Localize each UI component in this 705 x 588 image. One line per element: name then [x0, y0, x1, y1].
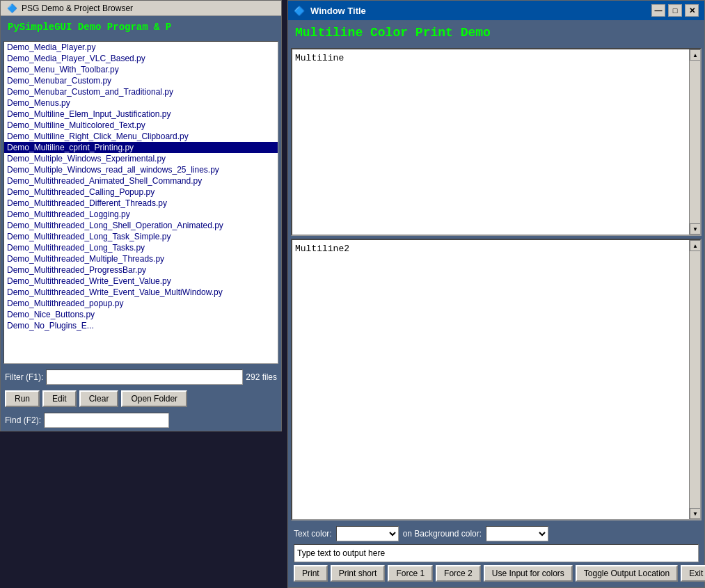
multiline2-wrapper: Multiline2 ▲ ▼ — [291, 239, 702, 521]
file-list-item[interactable]: Demo_Multithreaded_popup.py — [4, 298, 278, 309]
file-list-item[interactable]: Demo_Menus.py — [4, 97, 278, 109]
use-input-colors-button[interactable]: Use Input for colors — [484, 565, 573, 582]
file-list-item[interactable]: Demo_Menubar_Custom.py — [4, 75, 278, 86]
find-input[interactable] — [44, 413, 169, 428]
print-short-button[interactable]: Print short — [331, 565, 386, 582]
file-list-item[interactable]: Demo_Media_Player.py — [4, 42, 278, 53]
text-color-label: Text color: — [294, 529, 332, 539]
right-titlebar: 🔷 Window Title — □ ✕ — [288, 1, 704, 20]
multiline2-inner: Multiline2 — [292, 240, 689, 519]
find-label: Find (F2): — [5, 415, 41, 425]
file-list-item[interactable]: Demo_Multiline_cprint_Printing.py — [4, 142, 278, 153]
file-list-item[interactable]: Demo_Multiple_Windows_read_all_windows_2… — [4, 164, 278, 175]
bg-color-select[interactable] — [486, 526, 548, 541]
scroll-track-1 — [690, 61, 700, 223]
print-button[interactable]: Print — [294, 565, 328, 582]
file-list[interactable]: Demo_Media_Player.pyDemo_Media_Player_VL… — [3, 41, 278, 364]
edit-button[interactable]: Edit — [42, 390, 77, 407]
scroll-up-2[interactable]: ▲ — [690, 240, 701, 251]
file-list-item[interactable]: Demo_Multithreaded_Write_Event_Value.py — [4, 276, 278, 287]
file-list-item[interactable]: Demo_Nice_Buttons.py — [4, 309, 278, 320]
close-button[interactable]: ✕ — [685, 4, 699, 17]
file-list-item[interactable]: Demo_Multithreaded_Multiple_Threads.py — [4, 253, 278, 264]
action-buttons: Print Print short Force 1 Force 2 Use In… — [294, 565, 699, 582]
bottom-controls: Text color: on Background color: Print P… — [291, 523, 702, 585]
minimize-button[interactable]: — — [651, 4, 665, 17]
demo-title: Multiline Color Print Demo — [288, 20, 704, 45]
filter-row: Filter (F1): 292 files — [1, 367, 281, 388]
left-window-title: PSG Demo & Project Browser — [22, 3, 276, 13]
bg-color-label: on Background color: — [403, 529, 482, 539]
open-folder-button[interactable]: Open Folder — [121, 390, 187, 407]
maximize-button[interactable]: □ — [668, 4, 682, 17]
text-output-input[interactable] — [294, 544, 699, 562]
filter-label: Filter (F1): — [5, 372, 43, 382]
file-list-item[interactable]: Demo_Multithreaded_Long_Shell_Operation_… — [4, 220, 278, 231]
multiline2-box[interactable]: Multiline2 ▲ ▼ — [291, 239, 702, 521]
file-list-item[interactable]: Demo_Multithreaded_Calling_Popup.py — [4, 186, 278, 198]
file-list-item[interactable]: Demo_Multithreaded_Logging.py — [4, 209, 278, 220]
scroll-down-1[interactable]: ▼ — [690, 223, 701, 235]
force1-button[interactable]: Force 1 — [388, 565, 433, 582]
window-icon: 🔷 — [294, 6, 305, 16]
file-list-item[interactable]: Demo_Menu_With_Toolbar.py — [4, 64, 278, 75]
multiline1-label: Multiline — [295, 53, 344, 63]
file-list-item[interactable]: Demo_Menubar_Custom_and_Traditional.py — [4, 86, 278, 97]
text-input-row — [294, 544, 699, 562]
right-content: Multiline ▲ ▼ Multiline2 ▲ ▼ — [288, 45, 704, 587]
force2-button[interactable]: Force 2 — [436, 565, 481, 582]
multiline1-scrollbar[interactable]: ▲ ▼ — [689, 49, 700, 235]
file-list-item[interactable]: Demo_Media_Player_VLC_Based.py — [4, 53, 278, 64]
file-list-item[interactable]: Demo_Multiple_Windows_Experimental.py — [4, 153, 278, 164]
filter-input[interactable] — [46, 370, 243, 385]
file-list-item[interactable]: Demo_Multithreaded_Different_Threads.py — [4, 198, 278, 209]
file-list-item[interactable]: Demo_Multithreaded_Animated_Shell_Comman… — [4, 175, 278, 186]
file-list-item[interactable]: Demo_No_Plugins_E... — [4, 320, 278, 331]
file-list-item[interactable]: Demo_Multithreaded_Long_Task_Simple.py — [4, 231, 278, 242]
left-header: PySimpleGUI Demo Program & P — [1, 16, 281, 38]
file-count: 292 files — [246, 372, 277, 382]
psg-icon: 🔷 — [6, 3, 17, 14]
file-list-item[interactable]: Demo_Multithreaded_Long_Tasks.py — [4, 242, 278, 253]
scroll-track-2 — [690, 251, 700, 508]
file-list-item[interactable]: Demo_Multiline_Right_Click_Menu_Clipboar… — [4, 131, 278, 142]
left-button-row: Run Edit Clear Open Folder — [1, 388, 281, 410]
multiline2-scrollbar[interactable]: ▲ ▼ — [689, 240, 700, 519]
run-button[interactable]: Run — [5, 390, 40, 407]
file-list-item[interactable]: Demo_Multithreaded_ProgressBar.py — [4, 264, 278, 276]
color-row: Text color: on Background color: — [294, 526, 699, 541]
scroll-up-1[interactable]: ▲ — [690, 49, 701, 61]
exit-button[interactable]: Exit — [681, 565, 705, 582]
file-list-item[interactable]: Demo_Multiline_Elem_Input_Justification.… — [4, 109, 278, 120]
scroll-down-2[interactable]: ▼ — [690, 508, 701, 519]
toggle-output-button[interactable]: Toggle Output Location — [576, 565, 678, 582]
clear-button[interactable]: Clear — [79, 390, 119, 407]
multiline1-inner: Multiline — [292, 49, 689, 235]
left-titlebar: 🔷 PSG Demo & Project Browser — [1, 1, 281, 16]
left-panel: 🔷 PSG Demo & Project Browser PySimpleGUI… — [0, 0, 282, 431]
multiline1-wrapper: Multiline ▲ ▼ — [291, 48, 702, 236]
text-color-select[interactable] — [336, 526, 399, 541]
multiline2-label: Multiline2 — [295, 244, 349, 254]
find-row: Find (F2): — [1, 410, 281, 431]
right-window-title: Window Title — [310, 6, 366, 16]
file-list-item[interactable]: Demo_Multiline_Multicolored_Text.py — [4, 120, 278, 131]
window-controls: — □ ✕ — [651, 4, 699, 17]
right-panel: 🔷 Window Title — □ ✕ Multiline Color Pri… — [287, 0, 705, 588]
multiline1-box[interactable]: Multiline ▲ ▼ — [291, 48, 702, 236]
file-list-item[interactable]: Demo_Multithreaded_Write_Event_Value_Mul… — [4, 287, 278, 298]
